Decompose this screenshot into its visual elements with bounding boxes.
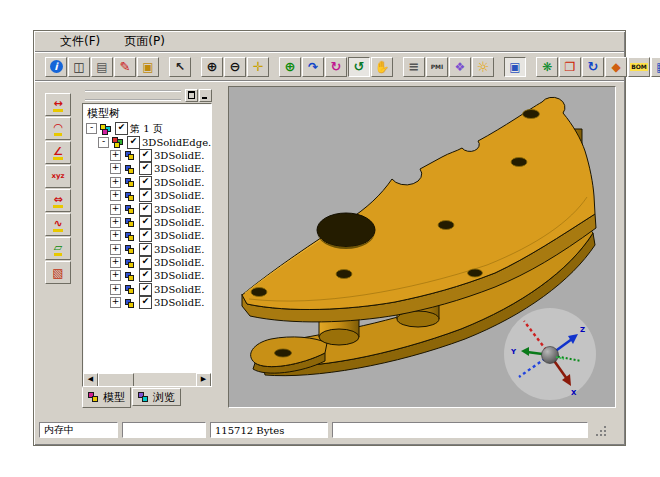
table-find-button[interactable]: ▦ [651,57,660,77]
collapse-icon[interactable]: - [86,123,97,134]
part-checkbox[interactable]: ✔ [139,296,152,309]
panel-grip[interactable] [85,90,181,101]
resize-grip[interactable] [594,424,607,437]
tree-row-part[interactable]: + ✔ 3DSolidE. [83,189,211,202]
scroll-left-icon[interactable]: ◀ [83,373,98,387]
panel-hide-button[interactable] [199,89,212,102]
part-checkbox[interactable]: ✔ [139,256,152,269]
expand-icon[interactable]: + [110,177,121,188]
scrollbar-thumb[interactable] [98,373,134,387]
panel-float-button[interactable] [185,89,198,102]
bom-button[interactable]: BOM [628,57,650,77]
expand-icon[interactable]: + [110,270,121,281]
tree-part-label[interactable]: 3DSolidE. [154,217,205,228]
measure-distance-button[interactable]: ⇔ [45,189,71,212]
export-key-button[interactable]: ▣ [137,57,159,77]
pan-cross-button[interactable]: ✛ [247,57,269,77]
tree-part-label[interactable]: 3DSolidE. [154,270,205,281]
info-button[interactable]: i [45,57,67,77]
print-button[interactable]: ▤ [91,57,113,77]
menu-file[interactable]: 文件(F) [58,32,102,51]
menu-page[interactable]: 页面(P) [122,32,167,51]
tree-row-page[interactable]: - ✔ 第 1 页 [83,122,211,135]
tree-part-label[interactable]: 3DSolidE. [154,297,205,308]
tab-model[interactable]: 模型 [82,387,131,408]
tree-part-label[interactable]: 3DSolidE. [154,257,205,268]
panel-header[interactable] [82,89,212,102]
measure-curve-button[interactable]: ∿ [45,213,71,236]
tree-part-label[interactable]: 3DSolidE. [154,163,205,174]
tree-row-part[interactable]: + ✔ 3DSolidE. [83,149,211,162]
hand-pan-button[interactable]: ✋ [371,57,393,77]
part-checkbox[interactable]: ✔ [139,216,152,229]
page-checkbox[interactable]: ✔ [115,122,128,135]
tree-part-label[interactable]: 3DSolidE. [154,284,205,295]
orientation-gizmo[interactable]: Z X Y [504,308,596,400]
orbit-button[interactable]: ↷ [302,57,324,77]
zoom-window-button[interactable]: ⊕ [279,57,301,77]
expand-icon[interactable]: + [110,230,121,241]
tree-row-assembly[interactable]: - ✔ 3DSolidEdge. [83,135,211,148]
tree-row-part[interactable]: + ✔ 3DSolidE. [83,216,211,229]
spin-view-button[interactable]: ↻ [582,57,604,77]
expand-icon[interactable]: + [110,217,121,228]
layers-button[interactable]: ≡ [403,57,425,77]
screen-button[interactable]: ▣ [504,57,526,77]
tree-part-label[interactable]: 3DSolidE. [154,244,205,255]
expand-icon[interactable]: + [110,284,121,295]
expand-icon[interactable]: + [110,257,121,268]
tree-row-part[interactable]: + ✔ 3DSolidE. [83,283,211,296]
tree-part-label[interactable]: 3DSolidE. [154,230,205,241]
scrollbar-track[interactable] [134,373,196,386]
part-checkbox[interactable]: ✔ [139,176,152,189]
tree-row-part[interactable]: + ✔ 3DSolidE. [83,229,211,242]
tree-part-label[interactable]: 3DSolidE. [154,150,205,161]
tree-row-part[interactable]: + ✔ 3DSolidE. [83,296,211,309]
expand-icon[interactable]: + [110,244,121,255]
expand-icon[interactable]: + [110,163,121,174]
assembly-checkbox[interactable]: ✔ [127,136,140,149]
print-preview-button[interactable]: ◫ [68,57,90,77]
assembly-tree-button[interactable]: ❋ [536,57,558,77]
window-layout-button[interactable]: ❐ [559,57,581,77]
collapse-icon[interactable]: - [98,137,109,148]
tree-part-label[interactable]: 3DSolidE. [154,204,205,215]
tree-page-label[interactable]: 第 1 页 [130,122,163,136]
measure-radius-button[interactable]: ◠ [45,117,71,140]
part-checkbox[interactable]: ✔ [139,149,152,162]
part-checkbox[interactable]: ✔ [139,189,152,202]
tree-row-part[interactable]: + ✔ 3DSolidE. [83,176,211,189]
tree-row-part[interactable]: + ✔ 3DSolidE. [83,256,211,269]
tab-browse[interactable]: 浏览 [132,388,181,406]
measure-length-button[interactable]: ↔ [45,93,71,116]
zoom-out-button[interactable]: ⊖ [224,57,246,77]
part-checkbox[interactable]: ✔ [139,203,152,216]
annotate-pen-button[interactable]: ✎ [114,57,136,77]
scroll-right-icon[interactable]: ▶ [196,373,211,387]
part-checkbox[interactable]: ✔ [139,162,152,175]
tree-part-label[interactable]: 3DSolidE. [154,190,205,201]
expand-icon[interactable]: + [110,204,121,215]
expand-icon[interactable]: + [110,190,121,201]
tree-row-part[interactable]: + ✔ 3DSolidE. [83,162,211,175]
expand-icon[interactable]: + [110,150,121,161]
zoom-in-button[interactable]: ⊕ [201,57,223,77]
eraser-button[interactable]: ◆ [605,57,627,77]
rotate-view-button[interactable]: ↻ [325,57,347,77]
tree-assembly-label[interactable]: 3DSolidEdge. [142,137,211,148]
tree-horizontal-scrollbar[interactable]: ◀ ▶ [83,372,211,386]
cad-model-canvas[interactable]: Z X Y [229,87,613,405]
coordinate-xyz-button[interactable]: xyz [45,165,71,188]
pmi-button[interactable]: PMI [426,57,448,77]
measure-volume-button[interactable]: ▧ [45,261,71,284]
expand-icon[interactable]: + [110,297,121,308]
part-checkbox[interactable]: ✔ [139,229,152,242]
part-checkbox[interactable]: ✔ [139,283,152,296]
tree-row-part[interactable]: + ✔ 3DSolidE. [83,202,211,215]
tree-row-part[interactable]: + ✔ 3DSolidE. [83,243,211,256]
refresh-button[interactable]: ↺ [348,57,370,77]
tree-row-part[interactable]: + ✔ 3DSolidE. [83,269,211,282]
part-checkbox[interactable]: ✔ [139,243,152,256]
measure-angle-button[interactable]: ∠ [45,141,71,164]
measure-area-button[interactable]: ▱ [45,237,71,260]
